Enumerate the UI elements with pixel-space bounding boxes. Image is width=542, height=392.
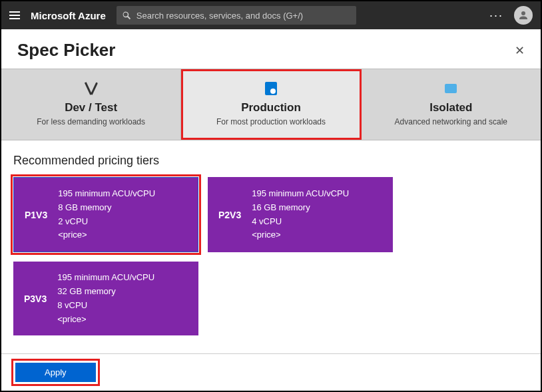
more-menu-icon[interactable]: ··· <box>489 9 503 23</box>
pricing-card-p2v3[interactable]: P2V3 195 minimum ACU/vCPU 16 GB memory 4… <box>208 177 393 252</box>
footer-bar: Apply <box>1 353 541 391</box>
pricing-section: Recommended pricing tiers P1V3 195 minim… <box>1 140 541 341</box>
spec-memory: 8 GB memory <box>58 201 155 215</box>
server-icon <box>186 80 355 97</box>
spec-price: <price> <box>252 228 349 242</box>
tab-subtitle: For most production workloads <box>186 117 355 126</box>
pricing-card-p1v3[interactable]: P1V3 195 minimum ACU/vCPU 8 GB memory 2 … <box>13 177 198 252</box>
person-icon <box>517 9 529 21</box>
tier-name: P1V3 <box>25 210 47 220</box>
content-scroll[interactable]: Dev / Test For less demanding workloads … <box>1 69 541 392</box>
spec-price: <price> <box>58 228 155 242</box>
user-avatar[interactable] <box>514 6 533 25</box>
tier-name: P2V3 <box>218 210 241 220</box>
tier-specs: 195 minimum ACU/vCPU 8 GB memory 2 vCPU … <box>58 187 155 242</box>
spec-vcpu: 4 vCPU <box>252 215 349 229</box>
tab-title: Isolated <box>367 101 535 114</box>
network-icon <box>367 80 535 97</box>
tab-title: Production <box>186 101 355 114</box>
blade-header: Spec Picker ✕ <box>1 29 541 69</box>
spec-vcpu: 8 vCPU <box>57 299 154 313</box>
tier-specs: 195 minimum ACU/vCPU 32 GB memory 8 vCPU… <box>57 271 154 326</box>
page-title: Spec Picker <box>17 40 115 61</box>
tier-specs: 195 minimum ACU/vCPU 16 GB memory 4 vCPU… <box>252 187 349 242</box>
apply-button[interactable]: Apply <box>15 363 96 382</box>
search-icon <box>122 11 131 20</box>
spec-acu: 195 minimum ACU/vCPU <box>57 271 154 285</box>
top-navigation-bar: Microsoft Azure ··· <box>1 1 541 29</box>
spec-memory: 16 GB memory <box>252 201 349 215</box>
spec-acu: 195 minimum ACU/vCPU <box>58 187 155 201</box>
global-search[interactable] <box>117 6 356 25</box>
workload-tabs: Dev / Test For less demanding workloads … <box>1 69 541 140</box>
tab-subtitle: For less demanding workloads <box>7 117 175 126</box>
tab-subtitle: Advanced networking and scale <box>367 117 535 126</box>
tier-name: P3V3 <box>24 294 47 304</box>
tab-isolated[interactable]: Isolated Advanced networking and scale <box>362 69 541 140</box>
pricing-card-p3v3[interactable]: P3V3 195 minimum ACU/vCPU 32 GB memory 8… <box>13 262 198 335</box>
tools-icon <box>7 80 175 97</box>
brand-label: Microsoft Azure <box>31 10 106 21</box>
spec-memory: 32 GB memory <box>57 285 154 299</box>
tab-production[interactable]: Production For most production workloads <box>181 69 361 140</box>
spec-vcpu: 2 vCPU <box>58 215 155 229</box>
spec-price: <price> <box>57 313 154 327</box>
section-title: Recommended pricing tiers <box>13 154 529 168</box>
pricing-cards: P1V3 195 minimum ACU/vCPU 8 GB memory 2 … <box>13 177 529 335</box>
tab-title: Dev / Test <box>7 101 175 114</box>
apply-highlight: Apply <box>13 361 98 384</box>
search-input[interactable] <box>136 11 351 21</box>
tab-dev-test[interactable]: Dev / Test For less demanding workloads <box>1 69 181 140</box>
spec-acu: 195 minimum ACU/vCPU <box>252 187 349 201</box>
close-icon[interactable]: ✕ <box>515 43 525 58</box>
hamburger-menu-icon[interactable] <box>9 11 20 19</box>
